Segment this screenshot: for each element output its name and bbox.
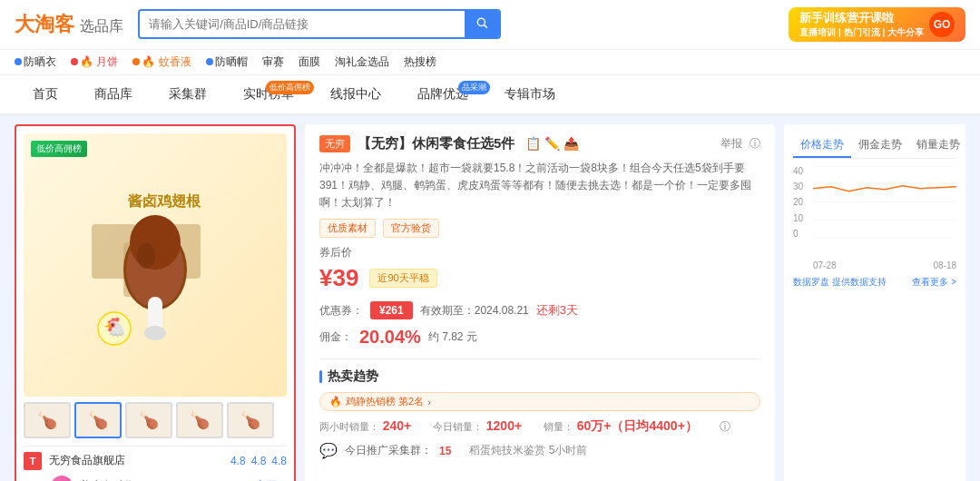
nav: 首页 商品库 采集群 实时榜单 低价高佣榜 线报中心 品牌优选 品采潮 专辑市场 [0,75,980,115]
nav-linebaocenter[interactable]: 线报中心 [312,75,399,113]
product-title: 【无穷】休闲零食任选5件 [358,135,514,152]
promo-group-label: 今日推广采集群： [345,443,432,458]
tag-label: 🔥 蚊香液 [142,54,191,70]
tag-wenxiang[interactable]: 🔥 蚊香液 [132,54,191,70]
trend-section: 热卖趋势 🔥 鸡静热销榜 第2名 › 两小时销量： 240+ 今日销量： 120… [319,358,760,459]
quality-tags-row: 优质素材 官方验货 [319,219,760,238]
search-input[interactable] [140,12,465,36]
x-label-start: 07-28 [813,260,837,270]
hot-rank-text: 鸡静热销榜 第2名 [346,395,424,408]
chevron-icon: › [427,397,431,407]
nav-products[interactable]: 商品库 [76,75,151,113]
chart-tab-price[interactable]: 价格走势 [793,133,851,158]
tag-shensai[interactable]: 审赛 [262,54,284,70]
tag-lipin[interactable]: 淘礼金选品 [335,54,389,70]
tag-dot [132,58,140,65]
report-button[interactable]: 举报 [720,136,742,152]
product-title-row: 无穷 【无穷】休闲零食任选5件 📋 ✏️ 📤 举报 ⓘ [319,135,760,152]
stat-total: 销量： 60万+（日均4400+） [544,418,698,435]
coupon-value: ¥261 [370,301,413,319]
chart-area: 40 30 20 10 0 [793,166,956,257]
svg-point-9 [144,326,166,340]
tag-label: 防晒衣 [24,54,56,70]
promo-title: 新手训练营开课啦 [799,11,924,26]
copy-icon[interactable]: 📋 [525,136,541,151]
nav-home[interactable]: 首页 [15,75,76,113]
product-thumbnails: 🍗 🍗 🍗 🍗 🍗 [24,402,287,438]
tag-hot[interactable]: 热搜榜 [404,54,436,70]
nav-label: 首页 [33,86,58,101]
thumb-2[interactable]: 🍗 [74,402,122,438]
thumb-4[interactable]: 🍗 [176,402,223,438]
commission-row: 佣金： 20.04% 约 7.82 元 [319,327,760,348]
tag-dot [206,58,213,65]
go-button[interactable]: GO [929,12,955,37]
nav-badge-orange: 低价高佣榜 [266,81,314,94]
store-ratings: 4.8 4.8 4.8 [230,455,287,467]
nav-label: 专辑市场 [505,86,555,101]
fire-icon: 🔥 [329,396,342,407]
x-label-end: 08-18 [933,260,956,270]
chart-tab-commission[interactable]: 佣金走势 [851,133,909,158]
share-icon[interactable]: 📤 [564,136,579,151]
nav-brand[interactable]: 品牌优选 品采潮 [399,75,486,113]
y-label-20: 20 [793,197,811,207]
main-content: 低价高佣榜 🐔 [0,115,980,481]
product-main-image: 低价高佣榜 🐔 [24,133,287,397]
stat-today: 今日销量： 1200+ [433,418,522,435]
logo-text: 大淘客 [15,13,74,35]
commission-label: 佣金： [319,329,352,345]
stat-value: 60万+（日均4400+） [577,418,698,433]
promo-banner[interactable]: 新手训练营开课啦 直播培训 | 热门引流 | 大牛分享 GO [789,7,965,42]
info-icon[interactable]: ⓘ [750,136,760,152]
trend-title-bar [319,370,322,383]
tag-fangshaimao[interactable]: 防晒帽 [206,54,248,70]
price-section: 券后价 ¥39 近90天平稳 [319,245,760,292]
tag-label: 热搜榜 [404,54,436,70]
product-label: 低价高佣榜 [31,141,87,157]
kol-row: 团长 👩 美少女时代 Lv.2 主页 > [24,476,287,481]
nav-label: 线报中心 [330,86,381,101]
product-left-panel: 低价高佣榜 🐔 [15,124,296,481]
rating-2: 4.8 [251,455,267,467]
chart-svg [813,166,956,238]
thumb-1[interactable]: 🍗 [24,402,71,438]
nav-collect-group[interactable]: 采集群 [151,75,225,113]
kol-avatar: 👩 [51,476,73,481]
price-value: ¥39 [319,264,358,292]
search-button[interactable] [465,11,499,37]
nav-realtime[interactable]: 实时榜单 低价高佣榜 [225,75,312,113]
stat-value: 1200+ [486,418,522,433]
stat-label: 销量： [544,421,573,432]
hot-rank-badge[interactable]: 🔥 鸡静热销榜 第2名 › [319,392,760,411]
chart-source: 数据罗盘 提供数据支持 查看更多 > [793,276,956,289]
promo-group-extra: 稻蛋炖技米鉴赏 5小时前 [469,443,587,458]
product-right-panel: 价格走势 佣金走势 销量走势 40 30 20 10 0 [784,124,965,481]
thumb-5[interactable]: 🍗 [227,402,274,438]
product-image-svg: 🐔 酱卤鸡翅根 [64,152,246,378]
coupon-remain: 还剩3天 [536,302,578,319]
chart-tab-sales[interactable]: 销量走势 [909,133,967,158]
coupon-validity: 有效期至：2024.08.21 [420,303,529,319]
store-row: T 无穷食品旗舰店 4.8 4.8 4.8 [24,446,287,470]
tag-bar: 防晒衣 🔥 月饼 🔥 蚊香液 防晒帽 审赛 面膜 淘礼金选品 热搜榜 [0,50,980,75]
tag-yuebing[interactable]: 🔥 月饼 [71,54,118,70]
svg-point-0 [477,19,485,26]
edit-icon[interactable]: ✏️ [544,136,560,151]
y-label-40: 40 [793,166,811,176]
tag-mianluo[interactable]: 面膜 [299,54,320,70]
stat-2h: 两小时销量： 240+ [319,418,411,435]
info-stats-icon[interactable]: ⓘ [720,419,730,435]
nav-badge-blue: 品采潮 [458,81,490,94]
thumb-3[interactable]: 🍗 [125,402,172,438]
product-description: 冲冲冲！全都是爆款！超市一袋就要15.8！之前活动一袋8块多！组合今天任选5袋到… [319,160,760,212]
svg-point-7 [130,215,181,270]
trend-title-text: 热卖趋势 [328,368,378,385]
see-more-link[interactable]: 查看更多 > [912,276,956,289]
store-icon: T [24,452,42,470]
tag-label: 面膜 [299,54,320,70]
tag-label: 🔥 月饼 [80,54,118,70]
nav-album[interactable]: 专辑市场 [486,75,573,113]
title-icons: 📋 ✏️ 📤 [525,136,579,151]
tag-fangshaiyi[interactable]: 防晒衣 [15,54,56,70]
